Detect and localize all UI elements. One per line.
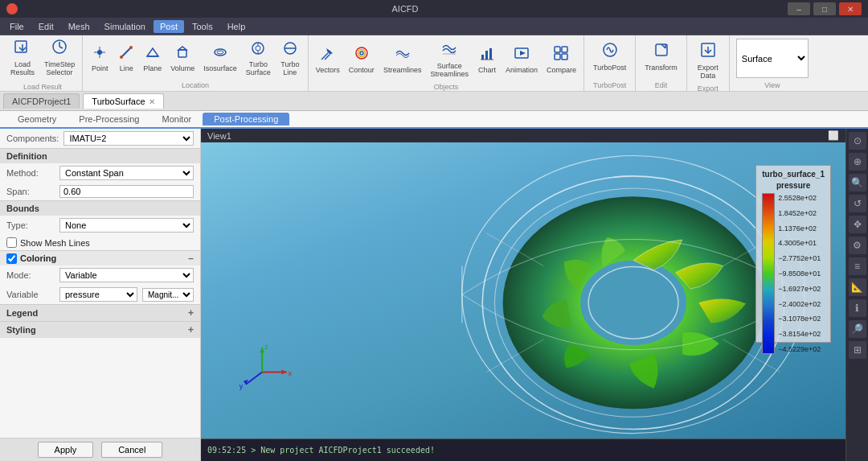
fit-view-icon[interactable]: ⊙ [849, 132, 866, 150]
legend-section-header: Legend + [0, 304, 200, 321]
mode-select[interactable]: Variable Constant [59, 268, 194, 282]
coloring-collapse-button[interactable]: – [188, 253, 194, 264]
menu-post[interactable]: Post [154, 20, 184, 33]
tab-turbo-surface-close[interactable]: ✕ [149, 97, 155, 106]
maximize-button[interactable]: □ [813, 2, 836, 15]
turbo-line-button[interactable]: TurboLine [276, 39, 305, 80]
turbopost-button[interactable]: TurboPost [589, 39, 630, 75]
animation-label: Animation [506, 67, 538, 75]
type-row: Type: None Specified [0, 216, 200, 235]
cancel-button[interactable]: Cancel [101, 442, 162, 458]
svg-text:x: x [289, 369, 293, 377]
legend-val-6: −1.6927e+02 [778, 285, 821, 293]
menu-help[interactable]: Help [221, 20, 252, 33]
variable-type-select[interactable]: Magnit... X Y Z [142, 288, 194, 302]
show-mesh-lines-checkbox[interactable] [6, 237, 17, 248]
search-icon[interactable]: 🔎 [849, 320, 866, 338]
pan-icon[interactable]: ✥ [849, 216, 866, 233]
svg-point-31 [360, 51, 363, 55]
components-select[interactable]: IMATU=2 [63, 131, 194, 146]
grid-icon[interactable]: ⊞ [849, 341, 866, 359]
subtab-monitor[interactable]: Monitor [151, 113, 203, 126]
timestep-selector-button[interactable]: TimeStepSelector [40, 35, 79, 80]
span-label: Span: [6, 187, 55, 196]
tab-aicfd-project1[interactable]: AICFDProject1 [3, 93, 80, 109]
left-panel: Components: IMATU=2 Definition Method: C… [0, 129, 201, 461]
legend-bar: 2.5528e+02 1.8452e+02 1.1376e+02 4.3005e… [762, 193, 825, 338]
viewport[interactable]: x y z turbo_surface_1 pressure 2.5528e+0… [201, 142, 845, 438]
legend-val-3: 4.3005e+01 [778, 239, 821, 247]
variable-label: Variable [6, 290, 55, 299]
menu-edit[interactable]: Edit [32, 20, 60, 33]
volume-button[interactable]: Volume [166, 39, 199, 80]
view-dropdown[interactable]: Surface Wireframe Surface+Wireframe [736, 39, 809, 78]
compare-button[interactable]: Compare [542, 39, 580, 81]
chart-button[interactable]: Chart [473, 39, 501, 81]
transform-button[interactable]: Transform [641, 39, 682, 75]
toolbar-group-location: Point Line Plane Volume [83, 35, 309, 91]
svg-rect-0 [15, 41, 27, 52]
span-input[interactable] [59, 185, 194, 198]
animation-button[interactable]: Animation [502, 39, 542, 81]
isosurface-label: Isosurface [203, 65, 237, 73]
menu-simulation[interactable]: Simulation [98, 20, 152, 33]
isosurface-button[interactable]: Isosurface [199, 39, 241, 80]
console: 09:52:25 > New project AICFDProject1 suc… [201, 438, 845, 461]
toolbar-group-load-result: LoadResults TimeStepSelector Load Result [3, 35, 83, 91]
menu-tools[interactable]: Tools [186, 20, 219, 33]
menu-file[interactable]: File [3, 20, 31, 33]
surface-streamlines-button[interactable]: SurfaceStreamlines [426, 39, 473, 81]
line-button[interactable]: Line [114, 39, 138, 80]
turbo-surface-button[interactable]: TurboSurface [242, 39, 275, 80]
variable-select[interactable]: pressure velocity density [59, 287, 137, 302]
coloring-checkbox[interactable] [6, 253, 17, 264]
minimize-button[interactable]: – [788, 2, 810, 15]
type-label: Type: [6, 220, 55, 230]
settings-icon[interactable]: ⚙ [849, 237, 866, 254]
info-icon[interactable]: ℹ [849, 299, 866, 317]
vectors-icon [320, 45, 336, 65]
export-data-button[interactable]: ExportData [692, 39, 724, 83]
view-maximize-icon[interactable]: ⬜ [828, 130, 839, 141]
styling-expand-button[interactable]: + [188, 324, 194, 335]
compare-label: Compare [547, 67, 576, 75]
layers-icon[interactable]: ≡ [849, 257, 866, 275]
zoom-extent-icon[interactable]: ⊕ [849, 153, 866, 171]
menu-mesh[interactable]: Mesh [62, 20, 96, 33]
load-results-button[interactable]: LoadResults [6, 35, 39, 80]
subtab-post-processing[interactable]: Post-Processing [203, 113, 289, 126]
measure-icon[interactable]: 📐 [849, 278, 866, 296]
type-select[interactable]: None Specified [59, 218, 194, 233]
contour-button[interactable]: Contour [345, 39, 379, 81]
svg-rect-42 [562, 54, 567, 60]
legend-val-1: 1.8452e+02 [778, 209, 821, 217]
tab-turbo-surface[interactable]: TurboSurface ✕ [83, 93, 163, 109]
zoom-in-icon[interactable]: 🔍 [849, 174, 866, 191]
method-row: Method: Constant Span Constant R Constan… [0, 163, 200, 183]
rotate-icon[interactable]: ↺ [849, 195, 866, 212]
turbopost-label: TurboPost [593, 64, 626, 72]
subtab-geometry[interactable]: Geometry [6, 113, 68, 126]
apply-button[interactable]: Apply [38, 442, 94, 458]
legend-val-7: −2.4002e+02 [778, 300, 821, 308]
streamlines-button[interactable]: Streamlines [379, 39, 426, 81]
toolbar-group-edit: Transform Edit [636, 35, 687, 91]
vectors-button[interactable]: Vectors [312, 39, 344, 81]
subtab-pre-processing[interactable]: Pre-Processing [68, 113, 150, 126]
plane-button[interactable]: Plane [139, 39, 166, 80]
volume-label: Volume [170, 65, 194, 73]
toolbar-group-objects: Vectors Contour Streamlines SurfaceStrea… [309, 35, 584, 91]
legend-expand-button[interactable]: + [188, 307, 194, 319]
streamlines-icon [395, 45, 411, 65]
point-button[interactable]: Point [86, 39, 113, 80]
contour-icon [354, 45, 370, 65]
export-data-label: ExportData [698, 64, 719, 80]
tab-turbo-surface-label: TurboSurface [92, 97, 145, 106]
close-button[interactable]: ✕ [839, 2, 862, 15]
load-result-group-label: Load Result [6, 83, 79, 91]
legend-title-line2: pressure [762, 181, 825, 190]
legend-val-8: −3.1078e+02 [778, 315, 821, 323]
mode-row: Mode: Variable Constant [0, 265, 200, 285]
method-select[interactable]: Constant Span Constant R Constant Z [59, 166, 194, 180]
definition-section-header: Definition [0, 148, 200, 163]
